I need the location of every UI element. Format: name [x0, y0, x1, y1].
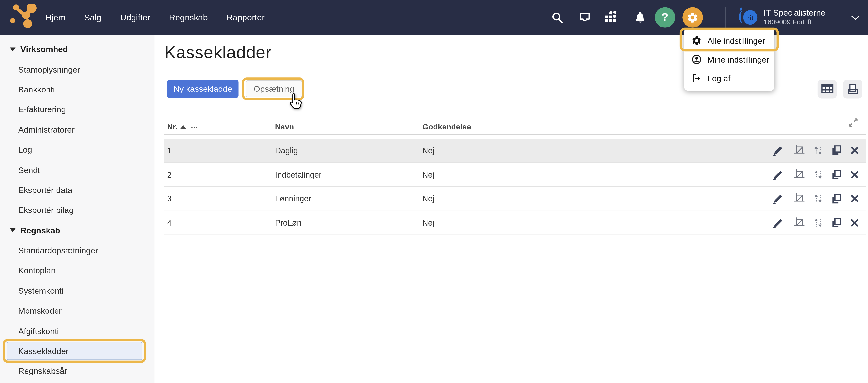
gear-icon — [691, 35, 702, 45]
edit-pencil-icon[interactable] — [772, 168, 785, 180]
sidebar-item-e-fakturering[interactable]: E-fakturering — [0, 99, 154, 119]
cell-navn: Indbetalinger — [275, 170, 322, 179]
menu-item-log-af[interactable]: Log af — [684, 69, 774, 88]
table-layout-button[interactable] — [817, 79, 837, 98]
move-updown-icon[interactable] — [814, 194, 823, 204]
sidebar-item-stamoplysninger[interactable]: Stamoplysninger — [0, 59, 154, 79]
nav-item-regnskab[interactable]: Regnskab — [169, 12, 208, 23]
collapse-triangle-icon — [10, 229, 16, 232]
cell-navn: Daglig — [275, 146, 298, 155]
nav-item-hjem[interactable]: Hjem — [45, 12, 65, 23]
sidebar-item-momskoder[interactable]: Momskoder — [0, 301, 154, 321]
copy-icon[interactable] — [831, 217, 842, 229]
table-grid-icon — [821, 84, 833, 94]
menu-item-alle-indstillinger[interactable]: Alle indstillinger — [684, 31, 774, 49]
cell-nr: 1 — [167, 146, 172, 155]
sidebar-item-log[interactable]: Log — [0, 140, 154, 160]
move-updown-icon[interactable] — [814, 145, 823, 155]
copy-icon[interactable] — [831, 169, 842, 180]
sidebar-item-sendt[interactable]: Sendt — [0, 160, 154, 180]
sidebar-item-eksporter-bilag[interactable]: Eksportér bilag — [0, 200, 154, 220]
sidebar-section-regnskab[interactable]: Regnskab — [0, 220, 154, 240]
table-row[interactable]: 2 Indbetalinger Nej — [164, 163, 866, 187]
main-nav: Hjem Salg Udgifter Regnskab Rapporter — [45, 12, 265, 23]
sidebar: Virksomhed Stamoplysninger Bankkonti E-f… — [0, 35, 154, 383]
table-row[interactable]: 3 Lønninger Nej — [164, 187, 866, 211]
sidebar-item-kontoplan[interactable]: Kontoplan — [0, 260, 154, 281]
edit-pencil-icon[interactable] — [772, 217, 785, 229]
cell-godkendelse: Nej — [422, 170, 434, 179]
column-menu-ellipsis[interactable]: ... — [191, 121, 197, 130]
table-row[interactable]: 1 Daglig Nej — [164, 138, 866, 163]
design-crop-icon[interactable] — [793, 193, 805, 205]
delete-x-icon[interactable] — [851, 146, 859, 154]
person-icon — [691, 54, 702, 65]
bell-icon[interactable] — [634, 11, 646, 24]
design-crop-icon[interactable] — [793, 168, 805, 180]
sidebar-item-eksporter-data[interactable]: Eksportér data — [0, 180, 154, 200]
delete-x-icon[interactable] — [851, 171, 859, 178]
account-number: 1609009 ForEft — [764, 18, 826, 27]
design-crop-icon[interactable] — [793, 217, 805, 229]
cell-godkendelse: Nej — [422, 146, 434, 155]
settings-button[interactable] — [682, 7, 703, 28]
chevron-down-icon[interactable] — [851, 14, 861, 20]
menu-item-label: Alle indstillinger — [708, 36, 765, 45]
row-actions — [772, 211, 859, 235]
nav-item-rapporter[interactable]: Rapporter — [226, 12, 265, 23]
sidebar-item-regnskabsaar[interactable]: Regnskabsår — [0, 361, 154, 381]
sidebar-section-virksomhed[interactable]: Virksomhed — [0, 39, 154, 59]
cell-nr: 4 — [167, 218, 172, 227]
design-crop-icon[interactable] — [793, 144, 805, 156]
column-header-godkendelse[interactable]: Godkendelse — [422, 122, 471, 131]
sidebar-item-afgiftskonti[interactable]: Afgiftskonti — [0, 321, 154, 341]
sort-asc-icon[interactable] — [181, 125, 186, 129]
company-logo[interactable]: ·it — [737, 6, 758, 29]
sidebar-item-administratorer[interactable]: Administratorer — [0, 119, 154, 140]
delete-x-icon[interactable] — [851, 195, 859, 203]
column-header-navn[interactable]: Navn — [275, 122, 294, 131]
row-actions — [772, 138, 859, 162]
search-icon[interactable] — [551, 11, 563, 24]
cell-nr: 3 — [167, 194, 172, 203]
print-button[interactable] — [843, 79, 862, 98]
setup-button[interactable]: Opsætning — [246, 80, 302, 97]
topbar-divider — [725, 7, 725, 28]
app-window: Hjem Salg Udgifter Regnskab Rapporter — [0, 0, 868, 383]
row-actions — [772, 187, 859, 210]
topbar-right: ? ·it IT Specialisterne 1609009 ForEft — [551, 6, 868, 29]
apps-icon[interactable] — [604, 11, 618, 24]
economic-logo-icon[interactable] — [9, 4, 37, 31]
menu-item-label: Mine indstillinger — [708, 55, 769, 64]
copy-icon[interactable] — [831, 193, 842, 205]
sidebar-item-bankkonti[interactable]: Bankkonti — [0, 79, 154, 100]
nav-item-salg[interactable]: Salg — [84, 12, 101, 23]
sidebar-item-standardopsaetninger[interactable]: Standardopsætninger — [0, 240, 154, 260]
copy-icon[interactable] — [831, 144, 842, 156]
nav-item-udgifter[interactable]: Udgifter — [120, 12, 150, 23]
setup-button-wrap: Opsætning — [246, 80, 302, 97]
move-updown-icon[interactable] — [814, 218, 823, 228]
sidebar-item-kassekladder[interactable]: Kassekladder — [7, 342, 142, 360]
edit-pencil-icon[interactable] — [772, 193, 785, 205]
delete-x-icon[interactable] — [851, 219, 859, 227]
move-updown-icon[interactable] — [814, 170, 823, 180]
svg-text:·it: ·it — [747, 14, 753, 21]
cell-godkendelse: Nej — [422, 194, 434, 203]
help-button[interactable]: ? — [655, 7, 675, 28]
new-kassekladde-button[interactable]: Ny kassekladde — [167, 79, 239, 98]
company-name: IT Specialisterne — [764, 8, 826, 19]
account-switcher[interactable]: IT Specialisterne 1609009 ForEft — [764, 8, 826, 27]
help-question-icon: ? — [661, 11, 668, 24]
logout-icon — [691, 73, 702, 83]
inbox-icon[interactable] — [578, 12, 591, 23]
sidebar-item-systemkonti[interactable]: Systemkonti — [0, 281, 154, 301]
table-body: 1 Daglig Nej 2 Indbetalinger Nej — [164, 138, 866, 235]
table-row[interactable]: 4 ProLøn Nej — [164, 211, 866, 235]
column-header-nr[interactable]: Nr. — [167, 122, 177, 131]
menu-item-mine-indstillinger[interactable]: Mine indstillinger — [684, 50, 774, 69]
cell-godkendelse: Nej — [422, 218, 434, 227]
cell-navn: ProLøn — [275, 218, 302, 227]
edit-pencil-icon[interactable] — [772, 144, 785, 156]
page-title: Kassekladder — [164, 43, 272, 63]
